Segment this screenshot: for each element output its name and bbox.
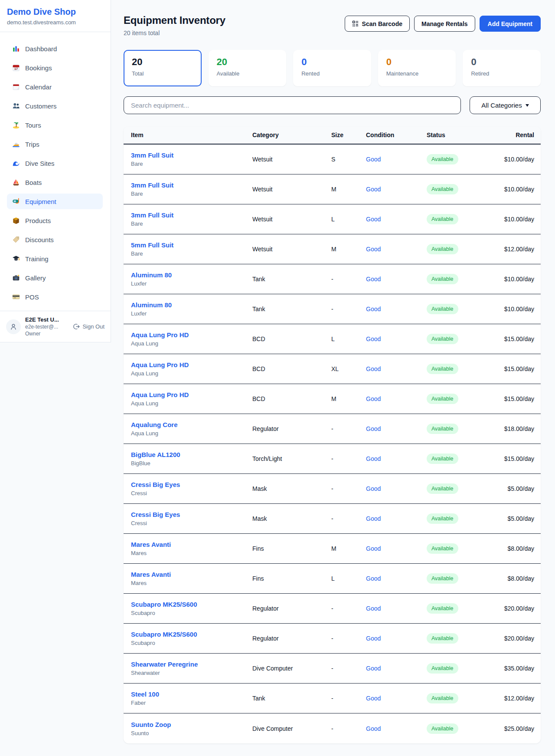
- item-name-link[interactable]: Aqua Lung Pro HD: [131, 331, 252, 339]
- sidebar-item-training[interactable]: Training: [7, 251, 103, 266]
- sidebar-item-label: Bookings: [25, 64, 52, 72]
- item-name-link[interactable]: Cressi Big Eyes: [131, 481, 252, 488]
- column-header-item: Item: [131, 131, 252, 138]
- category-cell: Torch/Light: [252, 455, 331, 462]
- column-header-rental: Rental: [483, 131, 534, 138]
- item-name-link[interactable]: Mares Avanti: [131, 571, 252, 578]
- rental-price: $25.00/day: [483, 725, 534, 732]
- condition-link[interactable]: Good: [366, 425, 427, 432]
- item-name-link[interactable]: 3mm Full Suit: [131, 211, 252, 219]
- stat-card-retired[interactable]: 0 Retired: [463, 50, 541, 86]
- table-row: Aluminum 80 Luxfer Tank - Good Available…: [124, 264, 541, 294]
- condition-link[interactable]: Good: [366, 276, 427, 283]
- stat-card-total[interactable]: 20 Total: [124, 50, 202, 86]
- item-name-link[interactable]: Suunto Zoop: [131, 721, 252, 728]
- condition-link[interactable]: Good: [366, 455, 427, 462]
- item-name-link[interactable]: Scubapro MK25/S600: [131, 601, 252, 608]
- table-row: 3mm Full Suit Bare Wetsuit S Good Availa…: [124, 145, 541, 174]
- category-cell: Wetsuit: [252, 156, 331, 163]
- item-name-link[interactable]: Cressi Big Eyes: [131, 511, 252, 518]
- category-cell: Mask: [252, 515, 331, 522]
- items-count: 20 items total: [124, 30, 225, 36]
- condition-link[interactable]: Good: [366, 395, 427, 402]
- graduation-cap-icon: [12, 255, 20, 263]
- item-cell: Cressi Big Eyes Cressi: [131, 481, 252, 496]
- sidebar-item-trips[interactable]: Trips: [7, 136, 103, 152]
- condition-link[interactable]: Good: [366, 665, 427, 672]
- item-cell: Aqua Lung Pro HD Aqua Lung: [131, 361, 252, 377]
- condition-link[interactable]: Good: [366, 575, 427, 582]
- condition-link[interactable]: Good: [366, 695, 427, 702]
- sidebar-item-calendar[interactable]: Calendar: [7, 79, 103, 95]
- stat-card-rented[interactable]: 0 Rented: [293, 50, 371, 86]
- sidebar-header: Demo Dive Shop demo.test.divestreams.com: [0, 0, 111, 32]
- item-name-link[interactable]: 5mm Full Suit: [131, 241, 252, 249]
- condition-link[interactable]: Good: [366, 515, 427, 522]
- category-select[interactable]: All Categories: [470, 96, 541, 114]
- item-name-link[interactable]: Mares Avanti: [131, 541, 252, 548]
- sidebar-item-dive-sites[interactable]: Dive Sites: [7, 155, 103, 171]
- condition-link[interactable]: Good: [366, 335, 427, 342]
- item-name-link[interactable]: Shearwater Peregrine: [131, 661, 252, 668]
- item-name-link[interactable]: Aqualung Core: [131, 421, 252, 428]
- scan-barcode-button[interactable]: Scan Barcode: [345, 16, 410, 32]
- status-badge: Available: [427, 214, 458, 224]
- stat-card-available[interactable]: 20 Available: [209, 50, 287, 86]
- sidebar-item-tours[interactable]: Tours: [7, 117, 103, 133]
- item-name-link[interactable]: BigBlue AL1200: [131, 451, 252, 458]
- item-name-link[interactable]: Aluminum 80: [131, 271, 252, 279]
- condition-link[interactable]: Good: [366, 216, 427, 223]
- sidebar-item-dashboard[interactable]: Dashboard: [7, 41, 103, 56]
- item-name-link[interactable]: 3mm Full Suit: [131, 151, 252, 159]
- sidebar-item-bookings[interactable]: 17 Bookings: [7, 60, 103, 76]
- sidebar-item-label: Tours: [25, 122, 41, 129]
- condition-link[interactable]: Good: [366, 635, 427, 642]
- condition-link[interactable]: Good: [366, 545, 427, 552]
- item-name-link[interactable]: Aqua Lung Pro HD: [131, 361, 252, 368]
- condition-link[interactable]: Good: [366, 485, 427, 492]
- search-input[interactable]: [124, 96, 461, 114]
- sidebar-item-customers[interactable]: Customers: [7, 98, 103, 114]
- condition-link[interactable]: Good: [366, 306, 427, 312]
- status-badge: Available: [427, 633, 458, 644]
- sidebar-item-discounts[interactable]: Discounts: [7, 232, 103, 247]
- category-cell: Fins: [252, 575, 331, 582]
- condition-link[interactable]: Good: [366, 605, 427, 612]
- table-row: Cressi Big Eyes Cressi Mask - Good Avail…: [124, 504, 541, 534]
- item-brand: Aqua Lung: [131, 400, 252, 407]
- item-name-link[interactable]: Aluminum 80: [131, 301, 252, 309]
- condition-link[interactable]: Good: [366, 365, 427, 372]
- sidebar-item-products[interactable]: Products: [7, 213, 103, 228]
- sidebar-item-gallery[interactable]: Gallery: [7, 270, 103, 286]
- status-cell: Available: [427, 633, 483, 644]
- status-cell: Available: [427, 573, 483, 584]
- condition-link[interactable]: Good: [366, 186, 427, 193]
- sign-out-button[interactable]: Sign Out: [73, 323, 104, 330]
- status-badge: Available: [427, 394, 458, 404]
- condition-link[interactable]: Good: [366, 156, 427, 163]
- item-name-link[interactable]: 3mm Full Suit: [131, 181, 252, 189]
- add-equipment-button[interactable]: Add Equipment: [480, 16, 541, 32]
- condition-link[interactable]: Good: [366, 725, 427, 732]
- size-cell: -: [331, 485, 366, 492]
- condition-link[interactable]: Good: [366, 246, 427, 253]
- shop-name[interactable]: Demo Dive Shop: [7, 7, 104, 17]
- status-badge: Available: [427, 573, 458, 584]
- sidebar-item-equipment[interactable]: Equipment: [7, 194, 103, 209]
- filter-row: All Categories: [124, 96, 541, 114]
- stat-card-maintenance[interactable]: 0 Maintenance: [378, 50, 456, 86]
- person-icon: [10, 323, 17, 331]
- item-name-link[interactable]: Aqua Lung Pro HD: [131, 391, 252, 398]
- chevron-down-icon: [526, 104, 529, 107]
- item-brand: Aqua Lung: [131, 430, 252, 437]
- item-name-link[interactable]: Steel 100: [131, 690, 252, 698]
- stat-label: Rented: [301, 70, 363, 77]
- item-cell: Aluminum 80 Luxfer: [131, 271, 252, 287]
- sidebar-item-label: Products: [25, 217, 51, 224]
- page-title: Equipment Inventory: [124, 14, 225, 26]
- sidebar-item-pos[interactable]: POS: [7, 289, 103, 305]
- item-name-link[interactable]: Scubapro MK25/S600: [131, 631, 252, 638]
- stat-label: Total: [132, 70, 193, 77]
- sidebar-item-boats[interactable]: Boats: [7, 174, 103, 190]
- manage-rentals-button[interactable]: Manage Rentals: [414, 16, 475, 32]
